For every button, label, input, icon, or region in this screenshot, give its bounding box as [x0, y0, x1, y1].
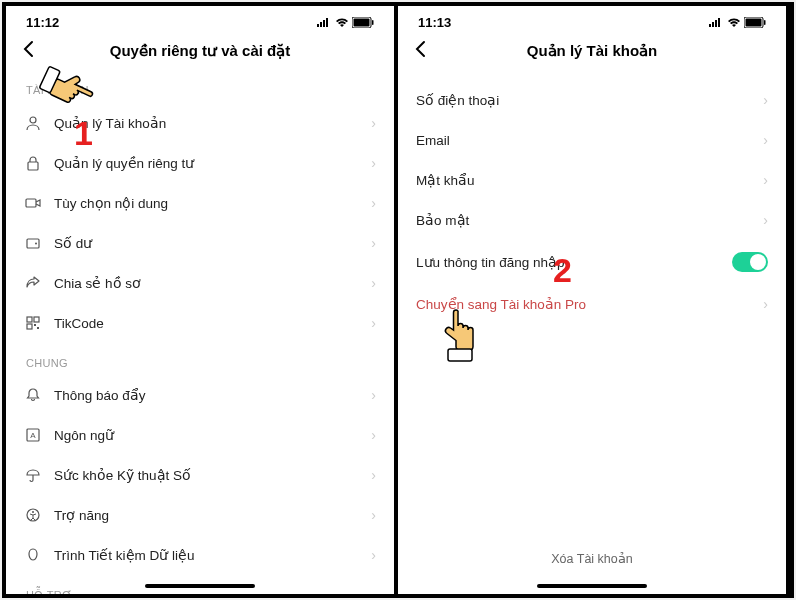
- wallet-icon: [24, 234, 42, 252]
- menu-item-balance[interactable]: Số dư ›: [6, 223, 394, 263]
- chevron-right-icon: ›: [371, 115, 376, 131]
- chevron-right-icon: ›: [371, 507, 376, 523]
- chevron-right-icon: ›: [371, 387, 376, 403]
- status-indicators: [708, 17, 766, 28]
- home-indicator: [145, 584, 255, 588]
- chevron-right-icon: ›: [763, 172, 768, 188]
- menu-label: Sức khỏe Kỹ thuật Số: [54, 467, 371, 483]
- language-icon: A: [24, 426, 42, 444]
- menu-label: Thông báo đẩy: [54, 387, 371, 403]
- menu-label: Email: [416, 133, 763, 148]
- phone-screen-1: 11:12 Quyền riêng tư và cài đặt TÀI KHOẢ…: [6, 6, 398, 594]
- chevron-right-icon: ›: [371, 467, 376, 483]
- menu-label: Bảo mật: [416, 212, 763, 228]
- menu-label: Trình Tiết kiệm Dữ liệu: [54, 547, 371, 563]
- svg-rect-8: [27, 317, 32, 322]
- svg-point-7: [35, 243, 37, 245]
- menu-item-phone[interactable]: Số điện thoại ›: [398, 80, 786, 120]
- chevron-right-icon: ›: [763, 132, 768, 148]
- section-header-general: CHUNG: [6, 343, 394, 375]
- svg-point-3: [30, 117, 36, 123]
- status-indicators: [316, 17, 374, 28]
- share-icon: [24, 274, 42, 292]
- svg-point-16: [32, 511, 34, 513]
- status-time: 11:12: [26, 15, 59, 30]
- svg-rect-21: [448, 349, 472, 361]
- phone-screen-2: 11:13 Quản lý Tài khoản Số điện thoại › …: [398, 6, 786, 594]
- menu-item-password[interactable]: Mật khẩu ›: [398, 160, 786, 200]
- chevron-right-icon: ›: [763, 296, 768, 312]
- umbrella-icon: [24, 466, 42, 484]
- chevron-right-icon: ›: [371, 155, 376, 171]
- svg-rect-11: [34, 324, 36, 326]
- svg-rect-9: [34, 317, 39, 322]
- chevron-right-icon: ›: [763, 212, 768, 228]
- svg-rect-5: [26, 199, 36, 207]
- chevron-right-icon: ›: [371, 235, 376, 251]
- nav-header: Quản lý Tài khoản: [398, 34, 786, 70]
- menu-label: Quản lý quyền riêng tư: [54, 155, 371, 171]
- menu-label: TikCode: [54, 316, 371, 331]
- svg-rect-10: [27, 324, 32, 329]
- svg-rect-1: [354, 18, 370, 26]
- lock-icon: [24, 154, 42, 172]
- menu-item-privacy[interactable]: Quản lý quyền riêng tư ›: [6, 143, 394, 183]
- chevron-right-icon: ›: [371, 427, 376, 443]
- page-title: Quyền riêng tư và cài đặt: [22, 42, 378, 60]
- annotation-number-2: 2: [553, 251, 572, 290]
- page-title: Quản lý Tài khoản: [414, 42, 770, 60]
- menu-label: Mật khẩu: [416, 172, 763, 188]
- chevron-right-icon: ›: [763, 92, 768, 108]
- menu-label: Quản lý Tài khoản: [54, 115, 371, 131]
- menu-item-share[interactable]: Chia sẻ hồ sơ ›: [6, 263, 394, 303]
- status-time: 11:13: [418, 15, 451, 30]
- delete-account-link[interactable]: Xóa Tài khoản: [398, 551, 786, 566]
- chevron-right-icon: ›: [371, 195, 376, 211]
- status-bar: 11:13: [398, 6, 786, 34]
- annotation-hand-2: [433, 306, 483, 370]
- bell-icon: [24, 386, 42, 404]
- svg-rect-19: [746, 18, 762, 26]
- back-button[interactable]: [414, 40, 426, 63]
- svg-rect-6: [27, 239, 39, 248]
- chevron-right-icon: ›: [371, 547, 376, 563]
- menu-item-language[interactable]: A Ngôn ngữ ›: [6, 415, 394, 455]
- back-button[interactable]: [22, 40, 34, 63]
- menu-label: Tùy chọn nội dung: [54, 195, 371, 211]
- menu-label: Ngôn ngữ: [54, 427, 371, 443]
- svg-text:A: A: [30, 431, 36, 440]
- menu-label: Lưu thông tin đăng nhập: [416, 254, 732, 270]
- menu-item-notifications[interactable]: Thông báo đẩy ›: [6, 375, 394, 415]
- annotation-number-1: 1: [74, 114, 93, 153]
- menu-label: Số dư: [54, 235, 371, 251]
- accessibility-icon: [24, 506, 42, 524]
- menu-item-content-pref[interactable]: Tùy chọn nội dung ›: [6, 183, 394, 223]
- video-icon: [24, 194, 42, 212]
- svg-rect-4: [28, 162, 38, 170]
- menu-item-save-login[interactable]: Lưu thông tin đăng nhập: [398, 240, 786, 284]
- svg-rect-20: [764, 20, 766, 25]
- chevron-right-icon: ›: [371, 315, 376, 331]
- menu-item-tikcode[interactable]: TikCode ›: [6, 303, 394, 343]
- svg-rect-12: [37, 327, 39, 329]
- chevron-right-icon: ›: [371, 275, 376, 291]
- status-bar: 11:12: [6, 6, 394, 34]
- menu-item-accessibility[interactable]: Trợ năng ›: [6, 495, 394, 535]
- data-saver-icon: [24, 546, 42, 564]
- menu-label: Trợ năng: [54, 507, 371, 523]
- toggle-switch-on[interactable]: [732, 252, 768, 272]
- home-indicator: [537, 584, 647, 588]
- user-icon: [24, 114, 42, 132]
- menu-item-security[interactable]: Bảo mật ›: [398, 200, 786, 240]
- menu-item-data-saver[interactable]: Trình Tiết kiệm Dữ liệu ›: [6, 535, 394, 575]
- menu-label: Số điện thoại: [416, 92, 763, 108]
- menu-item-digital-wellbeing[interactable]: Sức khỏe Kỹ thuật Số ›: [6, 455, 394, 495]
- qrcode-icon: [24, 314, 42, 332]
- menu-label: Chia sẻ hồ sơ: [54, 275, 371, 291]
- svg-rect-2: [372, 20, 374, 25]
- menu-item-email[interactable]: Email ›: [398, 120, 786, 160]
